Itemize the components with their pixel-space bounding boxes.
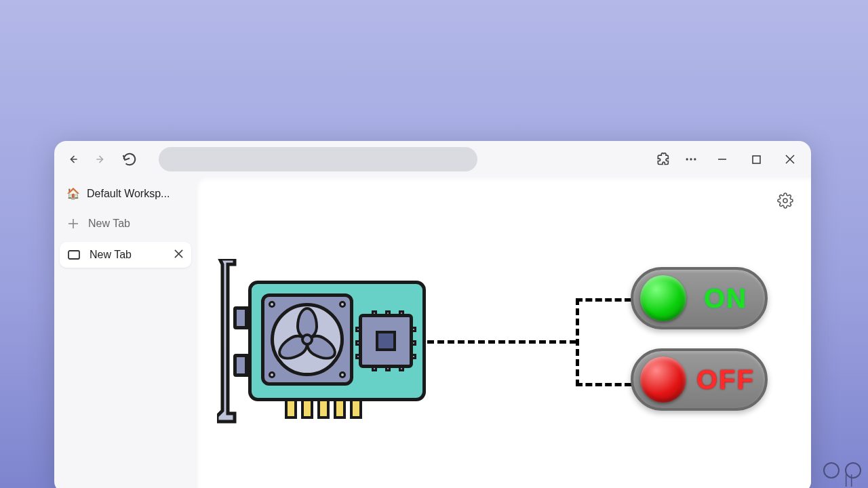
more-menu-button[interactable]: [679, 148, 703, 171]
forward-button[interactable]: [90, 148, 113, 171]
svg-point-3: [690, 158, 692, 160]
arrow-right-icon: [94, 152, 108, 166]
maximize-icon: [752, 155, 761, 164]
arrow-left-icon: [66, 152, 79, 166]
address-bar[interactable]: [159, 147, 477, 171]
house-icon: 🏠: [66, 187, 80, 200]
close-icon: [174, 249, 183, 258]
back-button[interactable]: [61, 148, 84, 171]
pcie-bracket-icon: [217, 259, 237, 424]
ellipsis-icon: [684, 152, 698, 166]
browser-toolbar: [54, 141, 811, 178]
close-window-button[interactable]: [776, 148, 804, 171]
workspace-label: Default Worksp...: [87, 188, 170, 200]
browser-window: 🏠 Default Worksp... New Tab New Tab: [54, 141, 811, 488]
new-tab-button[interactable]: New Tab: [60, 211, 191, 237]
page-icon: [68, 250, 80, 260]
connection-line-icon: [427, 340, 576, 344]
extensions-button[interactable]: [651, 148, 674, 171]
switch-on-label: ON: [686, 283, 765, 314]
puzzle-icon: [656, 152, 669, 166]
page-settings-button[interactable]: [777, 192, 796, 211]
connection-line-icon: [576, 298, 631, 302]
gear-icon: [777, 192, 793, 209]
display-port-icon: [233, 306, 248, 329]
switch-off[interactable]: OFF: [631, 348, 768, 411]
svg-rect-6: [753, 156, 760, 163]
switch-off-label: OFF: [686, 365, 765, 395]
tray-indicator-icon[interactable]: [823, 462, 840, 479]
switch-on[interactable]: ON: [631, 267, 768, 329]
minimize-icon: [717, 155, 727, 164]
switch-knob-green-icon: [640, 275, 686, 321]
tab-close-button[interactable]: [174, 249, 183, 261]
svg-rect-11: [68, 251, 79, 259]
svg-point-14: [783, 199, 787, 203]
reload-icon: [122, 152, 137, 167]
connection-line-icon: [576, 383, 631, 386]
reload-button[interactable]: [118, 148, 141, 171]
page-content: ON OFF: [197, 178, 811, 488]
switch-knob-red-icon: [640, 357, 686, 403]
tab-item[interactable]: New Tab: [60, 242, 191, 268]
new-tab-label: New Tab: [88, 218, 130, 230]
svg-point-2: [686, 158, 688, 160]
svg-point-4: [694, 158, 696, 160]
workspace-selector[interactable]: 🏠 Default Worksp...: [60, 182, 191, 205]
maximize-button[interactable]: [742, 148, 770, 171]
sidebar: 🏠 Default Worksp... New Tab New Tab: [54, 178, 197, 488]
display-port-icon: [233, 354, 248, 377]
plus-icon: [68, 218, 79, 229]
gpu-chip-icon: [359, 314, 413, 368]
connection-line-icon: [576, 298, 579, 386]
gpu-fan-icon: [261, 293, 353, 386]
tab-title: New Tab: [90, 249, 132, 261]
close-icon: [785, 155, 795, 164]
pcie-connector-icon: [285, 401, 362, 419]
tray-handle-icon[interactable]: ||: [842, 472, 853, 487]
gpu-board-icon: [248, 281, 426, 401]
minimize-button[interactable]: [708, 148, 736, 171]
